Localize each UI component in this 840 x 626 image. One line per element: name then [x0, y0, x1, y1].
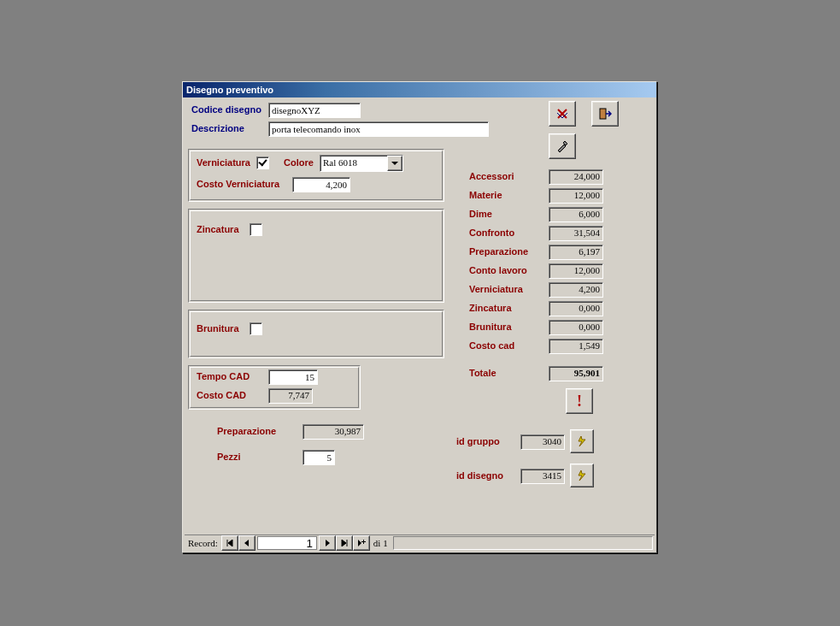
v-vern: 4,200 — [549, 282, 603, 298]
label-codice: Codice disegno — [191, 104, 261, 120]
warning-icon: ! — [577, 393, 582, 410]
nav-record-label: Record: — [185, 538, 221, 548]
exit-icon — [598, 107, 612, 121]
warning-button[interactable]: ! — [566, 388, 593, 414]
v-brun: 0,000 — [549, 320, 603, 335]
delete-button[interactable] — [549, 101, 576, 127]
label-pezzi: Pezzi — [217, 452, 241, 462]
flash-disegno-button[interactable] — [570, 464, 594, 487]
label-tempo-cad: Tempo CAD — [197, 371, 250, 381]
title-bar: Disegno preventivo — [183, 82, 656, 97]
flash-icon — [576, 435, 588, 447]
group-zincatura — [188, 209, 444, 303]
l-prep: Preparazione — [469, 246, 528, 257]
client-area: Codice disegno Descrizione — [183, 97, 656, 552]
label-zincatura: Zincatura — [197, 224, 239, 234]
input-tempo-cad[interactable] — [268, 369, 318, 385]
nav-first-button[interactable] — [221, 535, 238, 551]
checkbox-zincatura[interactable] — [250, 223, 262, 236]
l-brun: Brunitura — [469, 322, 512, 332]
label-brunitura: Brunitura — [197, 323, 239, 334]
checkbox-verniciatura[interactable] — [256, 156, 269, 169]
v-prep: 6,197 — [549, 245, 603, 260]
label-prep-bottom: Preparazione — [217, 426, 276, 436]
flash-icon — [576, 470, 588, 481]
label-costo-cad: Costo CAD — [197, 390, 246, 400]
codice-input[interactable] — [268, 103, 361, 118]
l-confronto: Confronto — [469, 227, 514, 238]
v-dime: 6,000 — [549, 207, 603, 222]
v-totale: 95,901 — [549, 366, 603, 381]
label-colore: Colore — [284, 157, 314, 168]
label-verniciatura: Verniciatura — [197, 157, 250, 168]
nav-current-input[interactable] — [257, 536, 317, 550]
readonly-prep: 30,987 — [303, 424, 364, 440]
descrizione-input[interactable] — [268, 121, 489, 137]
v-accessori: 24,000 — [549, 169, 603, 185]
combo-colore-text: Ral 6018 — [320, 156, 387, 171]
v-conto: 12,000 — [549, 263, 603, 279]
label-descrizione: Descrizione — [191, 123, 244, 139]
l-vern: Verniciatura — [469, 284, 523, 294]
group-brunitura — [188, 310, 444, 358]
v-materie: 12,000 — [549, 188, 603, 204]
tools-icon — [555, 139, 569, 153]
checkbox-brunitura[interactable] — [250, 322, 262, 335]
l-materie: Materie — [469, 190, 502, 200]
nav-of-label: di 1 — [370, 538, 391, 548]
l-totale: Totale — [469, 368, 496, 378]
v-zinc: 0,000 — [549, 301, 603, 316]
svg-rect-0 — [600, 109, 606, 119]
readonly-costo-cad: 7,747 — [268, 388, 313, 404]
dialog-window: Disegno preventivo Codice disegno Descri… — [182, 81, 657, 553]
l-conto: Conto lavoro — [469, 265, 527, 275]
nav-next-button[interactable] — [319, 535, 336, 551]
label-id-disegno: id disegno — [456, 470, 503, 481]
nav-prev-button[interactable] — [238, 535, 256, 551]
nav-scrollbar[interactable] — [393, 536, 653, 550]
v-cad: 1,549 — [549, 339, 603, 354]
record-navigator: Record: di 1 — [185, 534, 655, 551]
input-pezzi[interactable] — [303, 450, 335, 465]
combo-colore[interactable]: Ral 6018 — [320, 155, 403, 172]
tools-button[interactable] — [549, 133, 576, 159]
l-dime: Dime — [469, 209, 492, 219]
l-accessori: Accessori — [469, 171, 514, 181]
chevron-down-icon — [387, 156, 402, 171]
nav-new-button[interactable] — [353, 535, 370, 551]
flash-gruppo-button[interactable] — [570, 429, 594, 453]
exit-button[interactable] — [591, 101, 619, 127]
label-id-gruppo: id gruppo — [456, 436, 500, 446]
label-costo-vern: Costo Verniciatura — [197, 179, 279, 189]
readonly-id-gruppo: 3040 — [520, 434, 565, 450]
input-costo-vern[interactable] — [292, 177, 350, 192]
readonly-id-disegno: 3415 — [520, 469, 565, 484]
l-cad: Costo cad — [469, 340, 514, 351]
delete-icon — [555, 107, 569, 121]
v-confronto: 31,504 — [549, 226, 603, 241]
l-zinc: Zincatura — [469, 303, 512, 313]
nav-last-button[interactable] — [336, 535, 353, 551]
window-title: Disegno preventivo — [186, 85, 273, 95]
